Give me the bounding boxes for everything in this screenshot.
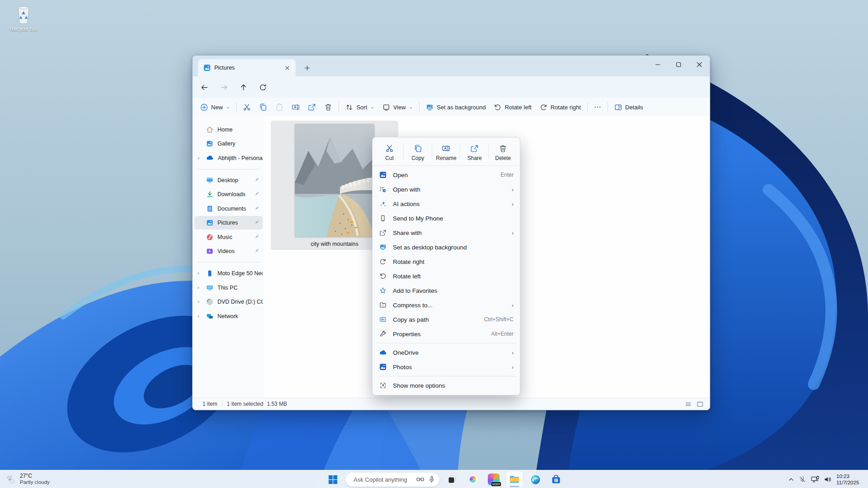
menu-item-ai-actions[interactable]: AI actions › — [375, 197, 518, 211]
rotate-right-button[interactable]: Rotate right — [536, 100, 585, 114]
volume-icon[interactable] — [824, 475, 832, 483]
menu-item-share-with[interactable]: Share with › — [375, 225, 518, 240]
thumbnail-view-icon[interactable] — [697, 401, 703, 408]
minimize-button[interactable] — [647, 56, 668, 74]
menu-label: Set as desktop background — [393, 244, 514, 251]
delete-button[interactable] — [320, 100, 336, 114]
chevron-right-icon[interactable]: › — [198, 313, 199, 319]
partly-cloudy-icon — [5, 473, 17, 485]
onedrive-cloud-icon — [206, 154, 214, 162]
sidebar-item-downloads[interactable]: Downloads — [194, 188, 263, 201]
sidebar-item-home[interactable]: Home — [194, 123, 263, 136]
quick-action-cut[interactable]: Cut — [375, 141, 404, 163]
sidebar-item-videos[interactable]: Videos — [194, 244, 263, 258]
maximize-button[interactable] — [668, 56, 689, 74]
task-view-button[interactable] — [444, 471, 460, 488]
menu-item-compress-to[interactable]: Compress to... › — [375, 298, 518, 312]
details-label: Details — [625, 104, 643, 111]
sidebar-item-network[interactable]: › Network — [194, 310, 263, 323]
forward-button[interactable] — [216, 80, 231, 95]
copilot-vision-glasses-icon[interactable] — [416, 476, 425, 483]
sidebar-item-music[interactable]: Music — [194, 230, 263, 244]
downloads-icon — [206, 191, 213, 198]
clock-time: 10:23 — [836, 473, 868, 479]
view-button[interactable]: View ⌄ — [378, 100, 417, 114]
tab-close-icon[interactable] — [282, 63, 292, 73]
microphone-icon[interactable] — [429, 476, 435, 483]
more-options-button[interactable] — [590, 100, 605, 114]
refresh-button[interactable] — [255, 80, 270, 95]
rename-button[interactable] — [288, 100, 304, 114]
menu-item-photos[interactable]: Photos › — [375, 360, 518, 374]
menu-item-rotate-left[interactable]: Rotate left — [375, 269, 518, 283]
taskbar: 27°C Partly cloudy — [0, 470, 868, 488]
cut-button[interactable] — [239, 100, 255, 114]
details-button[interactable]: Details — [610, 100, 647, 114]
microphone-muted-icon[interactable] — [798, 475, 807, 483]
copy-button[interactable] — [255, 100, 271, 114]
microsoft-store-button[interactable] — [548, 471, 564, 488]
sidebar-item-documents[interactable]: Documents — [194, 202, 263, 216]
sidebar-item-desktop[interactable]: Desktop — [194, 174, 263, 187]
chevron-right-icon[interactable]: › — [198, 270, 199, 276]
titlebar[interactable]: Pictures — [193, 56, 710, 76]
sidebar-item-this-pc[interactable]: › This PC — [194, 281, 263, 295]
file-explorer-button[interactable] — [506, 471, 523, 488]
chevron-right-icon[interactable]: › — [198, 299, 199, 304]
pin-icon — [254, 191, 259, 197]
up-button[interactable] — [236, 80, 251, 95]
menu-item-add-to-favorites[interactable]: Add to Favorites — [375, 283, 518, 298]
menu-item-show-more-options[interactable]: Show more options — [375, 378, 518, 393]
quick-action-label: Rename — [436, 155, 456, 161]
paste-button[interactable] — [271, 100, 288, 114]
rotate-left-button[interactable]: Rotate left — [490, 100, 535, 114]
chevron-down-icon: ⌄ — [226, 105, 230, 109]
new-tab-button[interactable] — [301, 62, 313, 74]
quick-action-copy[interactable]: Copy — [404, 141, 432, 163]
share-button[interactable] — [304, 100, 320, 114]
menu-item-copy-as-path[interactable]: Copy as path Ctrl+Shift+C — [375, 312, 518, 327]
menu-item-properties[interactable]: Properties Alt+Enter — [375, 327, 518, 341]
chevron-right-icon[interactable]: › — [198, 155, 199, 160]
start-button[interactable] — [325, 471, 341, 488]
menu-item-set-as-desktop-background[interactable]: Set as desktop background — [375, 240, 518, 254]
menu-item-send-to-my-phone[interactable]: Send to My Phone — [375, 211, 518, 225]
menu-item-open-with[interactable]: Open with › — [375, 182, 518, 197]
sidebar-item-moto-edge[interactable]: › Moto Edge 50 Neo — [194, 267, 263, 280]
sidebar-item-onedrive-personal[interactable]: › Abhijith - Personal — [194, 151, 263, 165]
edge-button[interactable] — [527, 471, 543, 488]
submenu-chevron-icon: › — [512, 230, 514, 236]
copilot-search-pill[interactable] — [345, 473, 439, 487]
back-button[interactable] — [197, 80, 212, 95]
sidebar-item-dvd-drive[interactable]: › DVD Drive (D:) CCC — [194, 295, 263, 309]
this-pc-icon — [206, 284, 213, 291]
quick-action-delete[interactable]: Delete — [489, 141, 517, 163]
network-ethernet-icon[interactable] — [811, 475, 820, 483]
sort-button[interactable]: Sort ⌄ — [341, 100, 378, 114]
quick-action-share[interactable]: Share — [460, 141, 489, 163]
menu-label: Show more options — [393, 382, 514, 389]
submenu-chevron-icon: › — [512, 364, 514, 371]
sidebar-item-pictures[interactable]: Pictures — [194, 216, 263, 230]
tray-clock[interactable]: 10:23 11/7/2025 — [836, 473, 868, 486]
tab-pictures[interactable]: Pictures — [198, 59, 296, 76]
photos-app-icon — [379, 171, 387, 178]
menu-item-rotate-right[interactable]: Rotate right — [375, 254, 518, 269]
sidebar-item-gallery[interactable]: Gallery — [194, 137, 263, 150]
close-button[interactable] — [689, 56, 710, 74]
weather-widget[interactable]: 27°C Partly cloudy — [0, 473, 95, 485]
recycle-bin-shortcut[interactable]: Recycle Bin — [6, 5, 41, 32]
new-button[interactable]: New ⌄ — [196, 100, 234, 114]
microsoft-store-icon — [551, 474, 561, 485]
submenu-chevron-icon: › — [512, 302, 514, 309]
chevron-right-icon[interactable]: › — [198, 285, 199, 290]
menu-item-open[interactable]: Open Enter — [375, 168, 518, 182]
m365-copilot-button[interactable]: M365 — [486, 471, 502, 488]
menu-item-onedrive[interactable]: OneDrive › — [375, 345, 518, 360]
copilot-app-button[interactable] — [465, 471, 481, 488]
quick-action-rename[interactable]: Rename — [432, 141, 461, 163]
list-view-icon[interactable] — [685, 401, 692, 408]
set-as-background-button[interactable]: Set as background — [422, 100, 490, 114]
tray-chevron-up-icon[interactable] — [788, 476, 794, 483]
copilot-search-input[interactable] — [353, 476, 412, 483]
